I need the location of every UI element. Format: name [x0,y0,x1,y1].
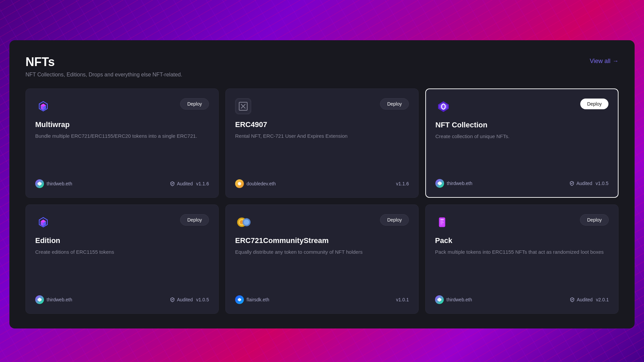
card-top: Deploy [35,98,209,114]
card-top-nft-collection: Deploy [435,99,608,115]
card-pack[interactable]: Deploy Pack Pack multiple tokens into ER… [425,204,619,314]
author-erc4907: doubledev.eth [235,179,276,188]
deploy-btn-nft-collection[interactable]: Deploy [580,99,608,109]
card-footer-community-stream: flairsdk.eth v1.0.1 [235,295,409,304]
audited-text-pack: Audited [577,297,592,302]
author-name-edition: thirdweb.eth [47,297,72,302]
svg-marker-15 [438,181,442,185]
edition-icon [35,214,51,230]
author-avatar-pack [435,295,444,304]
card-multiwrap[interactable]: Deploy Multiwrap Bundle multiple ERC721/… [25,88,219,198]
pack-icon [435,214,451,230]
card-desc-edition: Create editions of ERC1155 tokens [35,248,209,256]
author-edition: thirdweb.eth [35,295,72,304]
card-title-nft-collection: NFT Collection [435,121,608,129]
svg-rect-34 [440,224,442,224]
author-name-multiwrap: thirdweb.eth [47,181,72,186]
page-title: NFTs [25,55,182,69]
svg-point-9 [238,182,241,185]
meta-pack: Audited v2.0.1 [570,297,609,302]
card-footer-edition: thirdweb.eth Audited v1.0.5 [35,295,209,304]
author-name-community-stream: flairsdk.eth [247,297,269,302]
audited-text-edition: Audited [177,297,193,302]
card-desc-pack: Pack multiple tokens into ERC1155 NFTs t… [435,248,609,256]
author-avatar-community-stream [235,295,244,304]
version-edition: v1.0.5 [196,297,209,302]
meta-erc4907: v1.1.6 [396,181,409,186]
author-avatar-erc4907 [235,179,244,188]
erc4907-icon [235,98,251,114]
svg-rect-32 [440,221,443,222]
audited-badge-edition: Audited [170,297,193,302]
card-title-community-stream: ERC721CommunityStream [235,236,409,245]
view-all-label: View all [590,58,610,65]
card-title-pack: Pack [435,236,609,245]
panel-title-section: NFTs NFT Collections, Editions, Drops an… [25,55,182,78]
meta-multiwrap: Audited v1.1.6 [170,181,209,186]
cards-grid: Deploy Multiwrap Bundle multiple ERC721/… [25,88,619,314]
card-top-erc4907: Deploy [235,98,409,114]
svg-marker-35 [437,298,441,302]
card-desc-erc4907: Rental NFT, ERC-721 User And Expires Ext… [235,132,409,140]
meta-edition: Audited v1.0.5 [170,297,209,302]
deploy-btn-community-stream[interactable]: Deploy [380,214,409,226]
card-footer-nft-collection: thirdweb.eth Audited v1.0.5 [435,179,608,188]
audited-text-nft-collection: Audited [576,181,592,186]
card-title-erc4907: ERC4907 [235,120,409,129]
panel-header: NFTs NFT Collections, Editions, Drops an… [25,55,619,78]
card-community-stream[interactable]: Deploy ERC721CommunityStream Equally dis… [225,204,419,314]
version-erc4907: v1.1.6 [396,181,409,186]
community-stream-icon [235,214,251,230]
svg-point-27 [244,220,249,225]
card-nft-collection[interactable]: Deploy NFT Collection Create collection … [425,88,619,198]
card-desc-community-stream: Equally distribute any token to communit… [235,248,409,256]
svg-point-14 [442,105,445,109]
meta-community-stream: v1.0.1 [396,297,409,302]
author-nft-collection: thirdweb.eth [435,179,472,188]
card-title-edition: Edition [35,236,209,245]
version-nft-collection: v1.0.5 [596,181,608,186]
page-subtitle: NFT Collections, Editions, Drops and eve… [25,72,182,78]
deploy-btn-pack[interactable]: Deploy [580,214,609,226]
author-avatar-nft-collection [435,179,444,188]
card-edition[interactable]: Deploy Edition Create editions of ERC115… [25,204,219,314]
main-panel: NFTs NFT Collections, Editions, Drops an… [9,40,635,328]
svg-marker-28 [238,298,241,301]
card-footer-erc4907: doubledev.eth v1.1.6 [235,179,409,188]
version-multiwrap: v1.1.6 [196,181,209,186]
deploy-btn-erc4907[interactable]: Deploy [380,98,409,110]
card-footer-multiwrap: thirdweb.eth Audited v1.1.6 [35,179,209,188]
author-name-erc4907: doubledev.eth [247,181,276,186]
author-name-pack: thirdweb.eth [446,297,472,302]
card-top-edition: Deploy [35,214,209,230]
svg-marker-22 [38,298,42,302]
audited-text-multiwrap: Audited [177,181,193,186]
author-name-nft-collection: thirdweb.eth [447,181,472,186]
card-erc4907[interactable]: Deploy ERC4907 Rental NFT, ERC-721 User … [225,88,419,198]
arrow-right-icon: → [612,58,619,65]
audited-badge-nft-collection: Audited [569,181,592,186]
deploy-btn-edition[interactable]: Deploy [180,214,209,226]
card-top-community-stream: Deploy [235,214,409,230]
audited-badge-multiwrap: Audited [170,181,193,186]
author-community-stream: flairsdk.eth [235,295,269,304]
multiwrap-icon [35,98,51,114]
author-avatar-multiwrap [35,179,44,188]
meta-nft-collection: Audited v1.0.5 [569,181,608,186]
card-top-pack: Deploy [435,214,609,230]
deploy-btn-multiwrap[interactable]: Deploy [180,98,209,110]
author-pack: thirdweb.eth [435,295,472,304]
card-footer-pack: thirdweb.eth Audited v2.0.1 [435,295,609,304]
svg-rect-33 [440,222,444,223]
svg-rect-31 [440,219,444,220]
card-desc-nft-collection: Create collection of unique NFTs. [435,133,608,140]
view-all-link[interactable]: View all → [590,58,619,65]
author-avatar-edition [35,295,44,304]
version-pack: v2.0.1 [596,297,609,302]
version-community-stream: v1.0.1 [396,297,409,302]
card-desc-multiwrap: Bundle multiple ERC721/ERC1155/ERC20 tok… [35,132,209,140]
audited-badge-pack: Audited [570,297,592,302]
author-multiwrap: thirdweb.eth [35,179,72,188]
card-title-multiwrap: Multiwrap [35,120,209,129]
svg-marker-6 [38,182,42,186]
